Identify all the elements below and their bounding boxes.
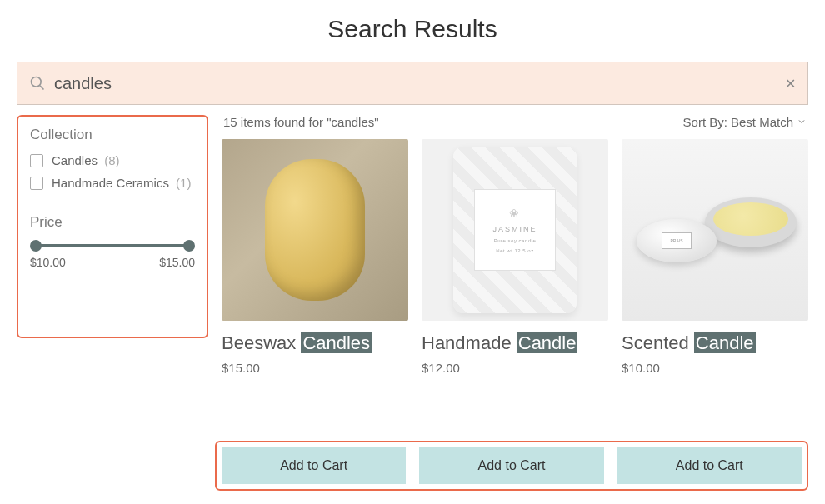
product-card[interactable]: PRAIS Scented Candle $10.00 [622, 139, 808, 375]
search-input[interactable] [54, 74, 785, 93]
product-image[interactable]: ❀ JASMINE Pure soy candle Net wt 12.5 oz [422, 139, 608, 321]
sort-by-dropdown[interactable]: Sort By: Best Match [683, 115, 807, 129]
sort-value: Best Match [731, 115, 793, 129]
price-max-label: $15.00 [159, 256, 195, 269]
product-name: Handmade Candle [422, 332, 608, 354]
slider-handle-min[interactable] [30, 240, 42, 252]
slider-handle-max[interactable] [183, 240, 195, 252]
search-highlight: Candle [517, 332, 578, 353]
price-min-label: $10.00 [30, 256, 66, 269]
product-price: $15.00 [222, 361, 408, 375]
add-to-cart-button[interactable]: Add to Cart [618, 447, 802, 484]
product-price: $10.00 [622, 361, 808, 375]
add-to-cart-button[interactable]: Add to Cart [419, 447, 603, 484]
filter-count [99, 153, 102, 167]
checkbox-icon[interactable] [30, 154, 43, 167]
sort-label: Sort By: [683, 115, 728, 129]
product-name: Beeswax Candles [222, 332, 408, 354]
clear-icon[interactable]: ✕ [785, 76, 796, 92]
search-highlight: Candle [694, 332, 756, 353]
filter-heading-collection: Collection [30, 127, 195, 143]
chevron-down-icon [797, 115, 807, 129]
page-title: Search Results [17, 15, 808, 43]
add-to-cart-row: Add to Cart Add to Cart Add to Cart [215, 441, 808, 491]
filter-label: Candles [52, 153, 98, 167]
filter-option-ceramics[interactable]: Handmade Ceramics (1) [30, 176, 195, 190]
product-card[interactable]: ❀ JASMINE Pure soy candle Net wt 12.5 oz… [422, 139, 608, 375]
results-main: 15 items found for "candles" Sort By: Be… [222, 115, 808, 375]
add-to-cart-button[interactable]: Add to Cart [222, 447, 406, 484]
filter-count [171, 176, 174, 190]
filter-heading-price: Price [30, 214, 195, 231]
filter-label: Handmade Ceramics [52, 176, 169, 190]
search-icon [29, 75, 46, 92]
product-card[interactable]: Beeswax Candles $15.00 [222, 139, 408, 375]
filter-sidebar: Collection Candles (8) Handmade Ceramics… [17, 115, 208, 338]
price-slider[interactable]: $10.00 $15.00 [30, 244, 195, 269]
divider [30, 202, 195, 202]
search-highlight: Candles [301, 332, 372, 353]
product-name: Scented Candle [622, 332, 808, 354]
product-image[interactable] [222, 139, 408, 321]
search-bar[interactable]: ✕ [17, 62, 808, 105]
product-image[interactable]: PRAIS [622, 139, 808, 321]
filter-option-candles[interactable]: Candles (8) [30, 153, 195, 167]
checkbox-icon[interactable] [30, 177, 43, 190]
svg-line-1 [40, 86, 44, 90]
results-count: 15 items found for "candles" [223, 115, 379, 129]
svg-point-0 [32, 77, 42, 87]
leaf-icon: ❀ [509, 207, 521, 220]
product-price: $12.00 [422, 361, 608, 375]
